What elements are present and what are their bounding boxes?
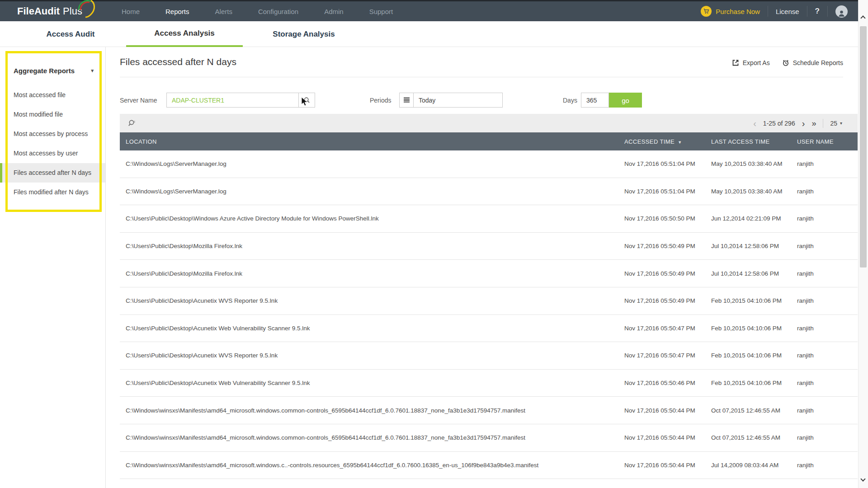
cell-location: C:\Users\Public\Desktop\Windows Azure Ac… <box>120 215 618 222</box>
cell-location: C:\Windows\winsxs\Manifests\amd64_micros… <box>120 462 618 469</box>
periods-calendar-button[interactable] <box>399 93 414 108</box>
server-name-input[interactable] <box>166 93 299 108</box>
table-row[interactable]: C:\Windows\Logs\ServerManager.logNov 17,… <box>120 150 858 178</box>
cell-user-name: ranjith <box>791 380 858 386</box>
table-row[interactable]: C:\Windows\winsxs\Manifests\amd64_micros… <box>120 424 858 452</box>
sidebar-item-most-accesses-by-user[interactable]: Most accesses by user <box>0 144 105 163</box>
cell-user-name: ranjith <box>791 243 858 249</box>
nav-item-admin[interactable]: Admin <box>324 8 344 15</box>
sidebar-item-most-accessed-file[interactable]: Most accessed file <box>0 85 105 105</box>
search-icon <box>303 97 310 103</box>
cell-location: C:\Users\Public\Desktop\Acunetix WVS Rep… <box>120 297 618 304</box>
divider <box>823 119 823 128</box>
column-header-last-access-time[interactable]: LAST ACCESS TIME <box>705 138 791 145</box>
column-header-user-name[interactable]: USER NAME <box>791 138 858 145</box>
table-row[interactable]: C:\Users\Public\Desktop\Mozilla Firefox.… <box>120 260 858 287</box>
cell-last-access-time: Jul 14,2009 08:03:44 AM <box>705 462 791 469</box>
nav-item-alerts[interactable]: Alerts <box>215 8 232 15</box>
cell-accessed-time: Nov 17,2016 05:50:50 PM <box>618 215 705 222</box>
cell-accessed-time: Nov 17,2016 05:50:47 PM <box>618 325 705 332</box>
days-input[interactable] <box>581 93 609 108</box>
cell-last-access-time: May 10,2015 03:38:40 AM <box>705 160 791 167</box>
table-row[interactable]: C:\Windows\winsxs\Manifests\amd64_micros… <box>120 397 858 424</box>
table-row[interactable]: C:\Users\Public\Desktop\Windows Azure Ac… <box>120 205 858 233</box>
scroll-up-icon[interactable] <box>860 15 865 20</box>
sidebar-item-most-modified-file[interactable]: Most modified file <box>0 105 105 124</box>
column-header-location[interactable]: LOCATION <box>120 138 618 145</box>
cell-location: C:\Users\Public\Desktop\Mozilla Firefox.… <box>120 270 618 277</box>
person-icon <box>837 9 846 18</box>
cell-location: C:\Users\Public\Desktop\Mozilla Firefox.… <box>120 243 618 249</box>
purchase-now-button[interactable]: Purchase Now <box>701 6 760 17</box>
nav-item-configuration[interactable]: Configuration <box>258 8 298 15</box>
pagination: ‹ 1-25 of 296 › » 25 ▾ <box>753 119 842 128</box>
divider <box>120 77 843 77</box>
cell-user-name: ranjith <box>791 407 858 414</box>
pagination-next-button[interactable]: › <box>802 119 805 128</box>
tab-access-audit[interactable]: Access Audit <box>39 21 102 47</box>
cell-location: C:\Windows\winsxs\Manifests\amd64_micros… <box>120 434 618 441</box>
export-as-button[interactable]: Export As <box>732 59 770 66</box>
license-link[interactable]: License <box>776 8 799 15</box>
cell-last-access-time: Oct 07,2015 12:46:55 AM <box>705 434 791 441</box>
vertical-scrollbar[interactable] <box>858 0 868 488</box>
aggregate-reports-label: Aggregate Reports <box>14 67 75 75</box>
cell-location: C:\Windows\Logs\ServerManager.log <box>120 160 618 167</box>
cell-accessed-time: Nov 17,2016 05:50:44 PM <box>618 434 705 441</box>
table-row[interactable]: C:\Users\Public\Desktop\Acunetix Web Vul… <box>120 315 858 343</box>
table-row[interactable]: C:\Windows\winsxs\Manifests\amd64_micros… <box>120 452 858 479</box>
cell-accessed-time: Nov 17,2016 05:50:46 PM <box>618 380 705 386</box>
column-header-accessed-time-label: ACCESSED TIME <box>624 138 675 145</box>
table-row[interactable]: C:\Users\Public\Desktop\Acunetix WVS Rep… <box>120 342 858 370</box>
cell-last-access-time: Jul 10,2014 12:58:06 PM <box>705 270 791 277</box>
table-row[interactable]: C:\Users\Public\Desktop\Acunetix Web Vul… <box>120 370 858 397</box>
scrollbar-thumb[interactable] <box>860 26 867 267</box>
pagination-last-button[interactable]: » <box>811 119 816 127</box>
server-name-label: Server Name <box>120 97 157 104</box>
table-toolbar: ‹ 1-25 of 296 › » 25 ▾ <box>120 114 858 132</box>
nav-item-home[interactable]: Home <box>122 8 140 15</box>
cell-accessed-time: Nov 17,2016 05:51:04 PM <box>618 160 705 167</box>
alarm-clock-icon <box>782 59 789 66</box>
calendar-icon <box>404 97 410 103</box>
periods-input[interactable] <box>413 93 503 108</box>
page-size-select[interactable]: 25 ▾ <box>830 120 842 127</box>
cell-accessed-time: Nov 17,2016 05:50:47 PM <box>618 352 705 359</box>
tab-access-analysis[interactable]: Access Analysis <box>126 21 243 47</box>
sidebar-item-list: Most accessed fileMost modified fileMost… <box>0 85 105 202</box>
column-header-accessed-time[interactable]: ACCESSED TIME▼ <box>618 138 705 145</box>
table-row[interactable]: C:\Windows\Logs\ServerManager.logNov 17,… <box>120 178 858 206</box>
sidebar-item-most-accesses-by-process[interactable]: Most accesses by process <box>0 124 105 144</box>
table-search-button[interactable] <box>128 119 136 127</box>
table-row[interactable]: C:\Users\Public\Desktop\Acunetix WVS Rep… <box>120 287 858 315</box>
sidebar-item-files-accessed-after-n-days[interactable]: Files accessed after N days <box>0 163 105 183</box>
server-search-button[interactable] <box>298 93 315 108</box>
nav-item-reports[interactable]: Reports <box>165 8 189 15</box>
tab-storage-analysis[interactable]: Storage Analysis <box>252 21 356 47</box>
table-row[interactable]: C:\Users\Public\Desktop\Mozilla Firefox.… <box>120 233 858 260</box>
cell-user-name: ranjith <box>791 270 858 277</box>
user-avatar[interactable] <box>835 5 848 18</box>
pagination-prev-button[interactable]: ‹ <box>753 119 756 128</box>
cell-last-access-time: Jun 12,2014 02:21:09 PM <box>705 215 791 222</box>
cell-accessed-time: Nov 17,2016 05:50:49 PM <box>618 243 705 249</box>
aggregate-reports-dropdown[interactable]: Aggregate Reports ▾ <box>14 67 94 75</box>
cell-accessed-time: Nov 17,2016 05:50:49 PM <box>618 297 705 304</box>
cell-accessed-time: Nov 17,2016 05:51:04 PM <box>618 188 705 195</box>
schedule-reports-button[interactable]: Schedule Reports <box>782 59 843 66</box>
chevron-down-icon: ▾ <box>91 68 94 74</box>
cell-location: C:\Windows\Logs\ServerManager.log <box>120 188 618 195</box>
cell-accessed-time: Nov 17,2016 05:50:44 PM <box>618 462 705 469</box>
help-button[interactable]: ? <box>815 7 820 16</box>
scroll-down-icon[interactable] <box>860 476 865 481</box>
sort-desc-icon: ▼ <box>678 140 682 145</box>
app-logo[interactable]: FileAudit Plus <box>17 4 96 19</box>
sidebar-item-files-modified-after-n-days[interactable]: Files modified after N days <box>0 183 105 202</box>
cart-icon <box>701 6 712 17</box>
schedule-reports-label: Schedule Reports <box>793 59 843 66</box>
cell-last-access-time: Jul 10,2014 12:58:06 PM <box>705 243 791 249</box>
go-button[interactable]: go <box>609 93 642 108</box>
report-sidebar: Aggregate Reports ▾ Most accessed fileMo… <box>0 47 106 488</box>
nav-item-support[interactable]: Support <box>369 8 393 15</box>
cell-last-access-time: Feb 10,2015 04:10:06 PM <box>705 380 791 386</box>
